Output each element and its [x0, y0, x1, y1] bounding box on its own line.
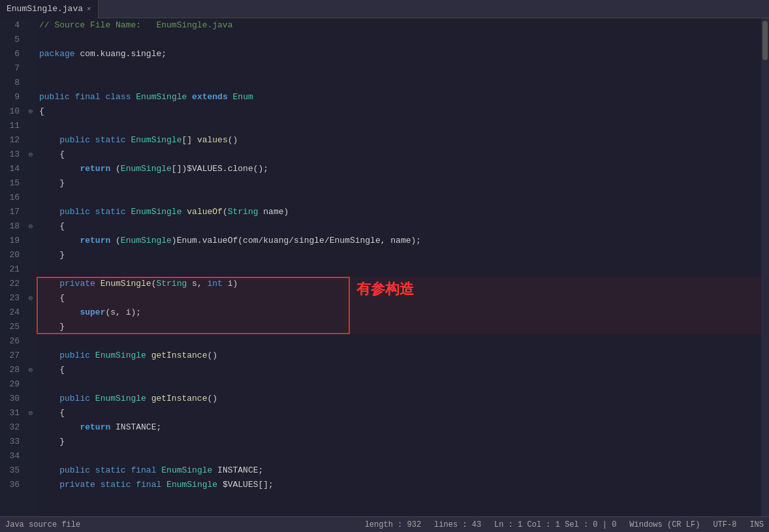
code-line: public EnumSingle getInstance() [39, 349, 761, 363]
line-number: 11 [3, 119, 20, 133]
code-line: { [39, 406, 761, 420]
line-number: 35 [3, 463, 20, 478]
fold-indicator [25, 205, 37, 219]
line-number: 23 [3, 291, 20, 305]
code-line: public EnumSingle getInstance() [39, 392, 761, 406]
scrollbar[interactable] [761, 18, 769, 516]
fold-indicator[interactable]: ⊖ [25, 104, 37, 119]
file-tab[interactable]: EnumSingle.java × [0, 0, 99, 18]
fold-indicator [25, 478, 37, 492]
fold-indicator [25, 61, 37, 76]
status-position: Ln : 1 Col : 1 Sel : 0 | 0 [494, 520, 616, 529]
line-number: 30 [3, 392, 20, 406]
code-line: return (EnumSingle[])$VALUES.clone(); [39, 162, 761, 176]
fold-indicator [25, 305, 37, 320]
line-number: 4 [3, 18, 20, 33]
code-line [39, 119, 761, 133]
annotation-text: 有参构造 [356, 279, 414, 299]
line-number: 24 [3, 305, 20, 320]
line-number: 15 [3, 176, 20, 191]
line-number: 32 [3, 420, 20, 435]
code-line: } [39, 176, 761, 191]
editor-body: 4567891011121314151617181920212223242526… [0, 18, 769, 516]
fold-indicator [25, 176, 37, 191]
code-line: { [39, 104, 761, 119]
status-encoding: UTF-8 [713, 520, 736, 529]
fold-indicator[interactable]: ⊖ [25, 291, 37, 305]
code-line: // Source File Name: EnumSingle.java [39, 18, 761, 33]
fold-indicator [25, 133, 37, 148]
line-number: 22 [3, 277, 20, 291]
status-filetype: Java source file [5, 520, 80, 529]
status-ins: INS [749, 520, 764, 529]
code-line: { [39, 363, 761, 377]
code-line: private static final EnumSingle $VALUES[… [39, 478, 761, 492]
status-bar: Java source file length : 932 lines : 43… [0, 516, 769, 532]
code-line [39, 33, 761, 47]
code-line [39, 334, 761, 349]
fold-indicator [25, 33, 37, 47]
fold-indicator [25, 277, 37, 291]
fold-indicator [25, 449, 37, 463]
line-number: 19 [3, 234, 20, 248]
tab-close-button[interactable]: × [87, 5, 91, 13]
code-line [39, 262, 761, 277]
fold-indicator [25, 191, 37, 205]
line-number: 31 [3, 406, 20, 420]
code-line: public static EnumSingle[] values() [39, 133, 761, 148]
fold-indicator [25, 463, 37, 478]
code-area[interactable]: // Source File Name: EnumSingle.javapack… [37, 18, 761, 516]
code-line: } [39, 248, 761, 262]
line-number: 20 [3, 248, 20, 262]
status-left: Java source file [5, 520, 80, 529]
line-number: 36 [3, 478, 20, 492]
line-number: 34 [3, 449, 20, 463]
fold-indicator [25, 162, 37, 176]
fold-indicator[interactable]: ⊖ [25, 219, 37, 234]
fold-indicator [25, 90, 37, 104]
line-number: 10 [3, 104, 20, 119]
fold-indicator [25, 435, 37, 449]
line-number: 28 [3, 363, 20, 377]
code-line [39, 449, 761, 463]
fold-indicator [25, 119, 37, 133]
fold-indicator [25, 420, 37, 435]
fold-column: ⊖⊖⊖⊖⊖⊖ [25, 18, 37, 516]
code-line: public static EnumSingle valueOf(String … [39, 205, 761, 219]
line-number: 27 [3, 349, 20, 363]
tab-filename: EnumSingle.java [7, 4, 83, 14]
code-line [39, 377, 761, 392]
status-lines: lines : 43 [434, 520, 481, 529]
fold-indicator[interactable]: ⊖ [25, 363, 37, 377]
fold-indicator [25, 248, 37, 262]
line-number: 13 [3, 148, 20, 162]
line-number: 7 [3, 61, 20, 76]
code-line [39, 76, 761, 90]
line-number: 8 [3, 76, 20, 90]
line-number: 29 [3, 377, 20, 392]
code-line: { [39, 219, 761, 234]
code-line [39, 61, 761, 76]
fold-indicator [25, 377, 37, 392]
fold-indicator[interactable]: ⊖ [25, 406, 37, 420]
line-number: 12 [3, 133, 20, 148]
code-line: package com.kuang.single; [39, 47, 761, 61]
status-line-ending: Windows (CR LF) [629, 520, 700, 529]
line-number: 14 [3, 162, 20, 176]
code-line: return INSTANCE; [39, 420, 761, 435]
line-number: 18 [3, 219, 20, 234]
fold-indicator [25, 320, 37, 334]
code-line: super(s, i); [39, 305, 761, 320]
line-number: 5 [3, 33, 20, 47]
fold-indicator [25, 349, 37, 363]
tab-bar: EnumSingle.java × [0, 0, 769, 18]
fold-indicator [25, 334, 37, 349]
line-number: 16 [3, 191, 20, 205]
status-right: length : 932 lines : 43 Ln : 1 Col : 1 S… [365, 520, 764, 529]
line-number: 9 [3, 90, 20, 104]
line-number: 6 [3, 47, 20, 61]
code-line: } [39, 435, 761, 449]
scrollbar-thumb[interactable] [762, 21, 768, 60]
fold-indicator[interactable]: ⊖ [25, 148, 37, 162]
fold-indicator [25, 392, 37, 406]
